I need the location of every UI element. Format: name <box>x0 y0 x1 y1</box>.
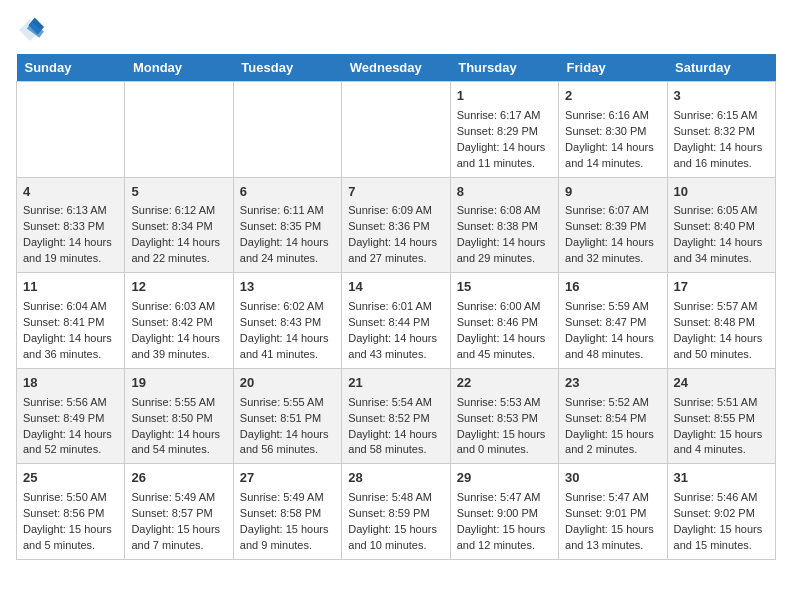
day-info: Sunrise: 6:04 AM <box>23 299 118 315</box>
day-info: Sunset: 8:35 PM <box>240 219 335 235</box>
calendar-cell: 13Sunrise: 6:02 AMSunset: 8:43 PMDayligh… <box>233 273 341 369</box>
day-info: Daylight: 15 hours <box>348 522 443 538</box>
calendar-cell: 10Sunrise: 6:05 AMSunset: 8:40 PMDayligh… <box>667 177 775 273</box>
day-info: Sunset: 8:39 PM <box>565 219 660 235</box>
week-row-1: 1Sunrise: 6:17 AMSunset: 8:29 PMDaylight… <box>17 82 776 178</box>
day-info: Daylight: 14 hours <box>348 427 443 443</box>
day-info: Sunrise: 5:46 AM <box>674 490 769 506</box>
day-number: 15 <box>457 278 552 297</box>
calendar-cell: 12Sunrise: 6:03 AMSunset: 8:42 PMDayligh… <box>125 273 233 369</box>
day-info: and 27 minutes. <box>348 251 443 267</box>
day-info: Sunrise: 6:02 AM <box>240 299 335 315</box>
day-info: Daylight: 15 hours <box>23 522 118 538</box>
day-number: 7 <box>348 183 443 202</box>
day-info: Sunset: 8:42 PM <box>131 315 226 331</box>
calendar-cell <box>233 82 341 178</box>
day-info: and 39 minutes. <box>131 347 226 363</box>
day-info: Sunrise: 5:59 AM <box>565 299 660 315</box>
day-number: 27 <box>240 469 335 488</box>
day-info: and 19 minutes. <box>23 251 118 267</box>
day-number: 19 <box>131 374 226 393</box>
day-info: Sunset: 8:29 PM <box>457 124 552 140</box>
day-info: Daylight: 14 hours <box>457 331 552 347</box>
day-number: 28 <box>348 469 443 488</box>
day-number: 29 <box>457 469 552 488</box>
day-number: 26 <box>131 469 226 488</box>
day-info: Daylight: 14 hours <box>674 331 769 347</box>
day-info: Sunset: 8:48 PM <box>674 315 769 331</box>
day-info: Daylight: 14 hours <box>565 140 660 156</box>
day-info: and 22 minutes. <box>131 251 226 267</box>
day-info: Daylight: 14 hours <box>348 235 443 251</box>
day-info: Daylight: 14 hours <box>348 331 443 347</box>
calendar-cell: 3Sunrise: 6:15 AMSunset: 8:32 PMDaylight… <box>667 82 775 178</box>
calendar-cell: 11Sunrise: 6:04 AMSunset: 8:41 PMDayligh… <box>17 273 125 369</box>
day-number: 5 <box>131 183 226 202</box>
day-number: 18 <box>23 374 118 393</box>
day-info: Sunset: 8:41 PM <box>23 315 118 331</box>
day-info: Sunrise: 5:57 AM <box>674 299 769 315</box>
calendar-cell: 30Sunrise: 5:47 AMSunset: 9:01 PMDayligh… <box>559 464 667 560</box>
day-number: 23 <box>565 374 660 393</box>
calendar-cell: 9Sunrise: 6:07 AMSunset: 8:39 PMDaylight… <box>559 177 667 273</box>
day-info: and 43 minutes. <box>348 347 443 363</box>
calendar-cell: 5Sunrise: 6:12 AMSunset: 8:34 PMDaylight… <box>125 177 233 273</box>
day-info: Sunset: 8:50 PM <box>131 411 226 427</box>
day-number: 2 <box>565 87 660 106</box>
day-info: Sunrise: 6:13 AM <box>23 203 118 219</box>
day-info: Daylight: 15 hours <box>457 427 552 443</box>
day-info: Daylight: 14 hours <box>240 235 335 251</box>
day-info: Daylight: 15 hours <box>131 522 226 538</box>
calendar-cell <box>17 82 125 178</box>
day-info: Sunset: 8:55 PM <box>674 411 769 427</box>
day-info: Sunset: 8:58 PM <box>240 506 335 522</box>
calendar-cell <box>125 82 233 178</box>
day-info: Daylight: 14 hours <box>131 427 226 443</box>
day-info: and 32 minutes. <box>565 251 660 267</box>
calendar-cell: 7Sunrise: 6:09 AMSunset: 8:36 PMDaylight… <box>342 177 450 273</box>
logo-icon <box>16 16 44 44</box>
week-row-2: 4Sunrise: 6:13 AMSunset: 8:33 PMDaylight… <box>17 177 776 273</box>
day-info: and 7 minutes. <box>131 538 226 554</box>
day-header-wednesday: Wednesday <box>342 54 450 82</box>
day-info: Sunset: 8:51 PM <box>240 411 335 427</box>
day-info: Sunset: 8:40 PM <box>674 219 769 235</box>
day-number: 30 <box>565 469 660 488</box>
day-header-tuesday: Tuesday <box>233 54 341 82</box>
calendar-cell: 28Sunrise: 5:48 AMSunset: 8:59 PMDayligh… <box>342 464 450 560</box>
day-number: 21 <box>348 374 443 393</box>
day-info: Sunset: 8:33 PM <box>23 219 118 235</box>
day-number: 13 <box>240 278 335 297</box>
calendar-cell: 31Sunrise: 5:46 AMSunset: 9:02 PMDayligh… <box>667 464 775 560</box>
day-info: Daylight: 14 hours <box>240 427 335 443</box>
day-info: Daylight: 14 hours <box>240 331 335 347</box>
day-info: Sunrise: 5:52 AM <box>565 395 660 411</box>
day-info: and 58 minutes. <box>348 442 443 458</box>
calendar-cell: 22Sunrise: 5:53 AMSunset: 8:53 PMDayligh… <box>450 368 558 464</box>
week-row-4: 18Sunrise: 5:56 AMSunset: 8:49 PMDayligh… <box>17 368 776 464</box>
calendar-cell: 26Sunrise: 5:49 AMSunset: 8:57 PMDayligh… <box>125 464 233 560</box>
day-info: Sunset: 9:01 PM <box>565 506 660 522</box>
day-info: Sunrise: 6:17 AM <box>457 108 552 124</box>
day-info: Sunrise: 5:48 AM <box>348 490 443 506</box>
day-info: Sunrise: 6:00 AM <box>457 299 552 315</box>
day-info: Sunset: 8:49 PM <box>23 411 118 427</box>
day-info: and 34 minutes. <box>674 251 769 267</box>
day-info: Sunrise: 6:05 AM <box>674 203 769 219</box>
day-header-monday: Monday <box>125 54 233 82</box>
day-header-sunday: Sunday <box>17 54 125 82</box>
day-info: Sunrise: 5:49 AM <box>240 490 335 506</box>
day-info: Sunrise: 6:11 AM <box>240 203 335 219</box>
day-info: Sunrise: 6:03 AM <box>131 299 226 315</box>
day-number: 8 <box>457 183 552 202</box>
day-info: Daylight: 14 hours <box>131 235 226 251</box>
calendar-cell: 19Sunrise: 5:55 AMSunset: 8:50 PMDayligh… <box>125 368 233 464</box>
day-info: Sunset: 8:34 PM <box>131 219 226 235</box>
day-info: Sunset: 8:30 PM <box>565 124 660 140</box>
day-info: Sunset: 8:38 PM <box>457 219 552 235</box>
day-number: 6 <box>240 183 335 202</box>
day-info: Sunset: 8:44 PM <box>348 315 443 331</box>
calendar-cell <box>342 82 450 178</box>
day-number: 25 <box>23 469 118 488</box>
day-info: Sunrise: 5:50 AM <box>23 490 118 506</box>
